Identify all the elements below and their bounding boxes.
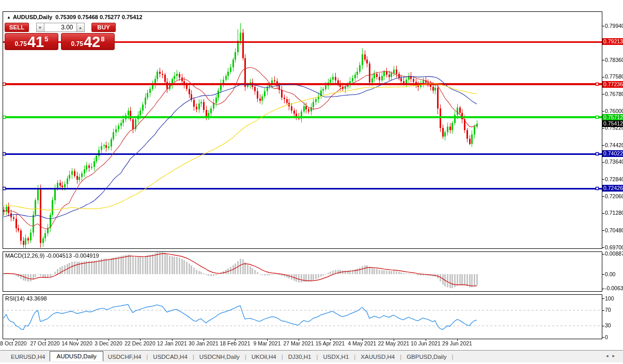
date-label: 18 Feb 2021 bbox=[220, 340, 251, 346]
sell-price-pip-digit: 5 bbox=[44, 35, 48, 43]
tab-scroll-arrows: ◂▸ bbox=[606, 353, 619, 358]
buy-price-big-digits: 42 bbox=[84, 35, 100, 49]
price-tick-label: 0.77580 bbox=[605, 73, 623, 80]
macd-tick-label: 0.008871 bbox=[605, 250, 623, 257]
chart-tab-usdchf-h4[interactable]: USDCHF,H4 bbox=[103, 352, 146, 361]
date-label: 27 Oct 2020 bbox=[30, 340, 59, 346]
price-tick-label: 0.71280 bbox=[605, 210, 623, 216]
rsi-tick-label: 30 bbox=[605, 322, 611, 328]
chart-tab-bar: EURUSD,H4AUDUSD,DailyUSDCHF,H4|USDCAD,H4… bbox=[0, 350, 623, 362]
rsi-tick-label: 100 bbox=[605, 295, 614, 302]
chart-symbol-label: AUDUSD,Daily bbox=[13, 14, 52, 20]
chart-tab-eurusd-h4[interactable]: EURUSD,H4 bbox=[6, 352, 50, 361]
chart-tab-usdcnh-daily[interactable]: USDCNH,Daily bbox=[195, 352, 244, 361]
macd-tick-label: 0.00 bbox=[605, 271, 615, 277]
buy-price-pip-digit: 8 bbox=[101, 35, 104, 43]
buy-price-box[interactable]: 0.75 42 8 bbox=[61, 33, 115, 50]
hline-price-tag: 0.74022 bbox=[602, 150, 623, 157]
date-label: 3 Dec 2020 bbox=[95, 340, 122, 346]
price-tick-label: 0.79940 bbox=[605, 23, 623, 29]
chart-tab-gbpusd-daily[interactable]: GBPUSD,Daily bbox=[402, 352, 451, 361]
date-label: 10 Jun 2021 bbox=[411, 340, 441, 346]
date-label: 9 Mar 2021 bbox=[253, 340, 281, 346]
macd-label: MACD(12,26,9) -0.004513 -0.004919 bbox=[5, 252, 99, 259]
buy-price-prefix: 0.75 bbox=[71, 40, 83, 48]
price-tick-label: 0.72060 bbox=[605, 193, 623, 199]
date-label: 22 May 2021 bbox=[378, 340, 410, 346]
chart-title: ▲AUDUSD,Daily0.75309 0.75468 0.75277 0.7… bbox=[7, 14, 143, 20]
sell-price-big-digits: 41 bbox=[27, 35, 44, 49]
price-tick-label: 0.70480 bbox=[605, 227, 623, 233]
rsi-tick-label: 70 bbox=[605, 307, 611, 313]
sell-button[interactable]: SELL bbox=[5, 23, 29, 32]
price-tick-label: 0.76000 bbox=[605, 108, 623, 114]
collapse-arrow-icon[interactable]: ▲ bbox=[7, 15, 11, 20]
date-label: 30 Jan 2021 bbox=[189, 340, 219, 346]
chart-tab-xauusd-h4[interactable]: XAUUSD,H4 bbox=[356, 352, 399, 361]
volume-spin-up-button[interactable]: ▲ bbox=[76, 23, 85, 32]
date-label: 14 Nov 2020 bbox=[61, 340, 92, 346]
date-label: 22 Dec 2020 bbox=[124, 340, 155, 346]
price-tick-label: 0.73640 bbox=[605, 159, 623, 165]
chart-tab-dj30-h1[interactable]: DJ30,H1 bbox=[284, 352, 316, 361]
chart-tab-ukoil-h4[interactable]: UKOil,H4 bbox=[247, 352, 281, 361]
rsi-tick-label: 0 bbox=[605, 334, 608, 340]
current-price-tag: 0.75412 bbox=[602, 120, 623, 127]
volume-input[interactable] bbox=[44, 23, 76, 32]
chart-tab-usdcad-h4[interactable]: USDCAD,H4 bbox=[148, 352, 192, 361]
date-label: 15 Apr 2021 bbox=[316, 340, 345, 346]
date-label: 4 May 2021 bbox=[348, 340, 377, 346]
axis-label-layer: 0.799400.783600.775800.767800.760000.752… bbox=[0, 0, 623, 364]
buy-button[interactable]: BUY bbox=[91, 23, 116, 32]
tab-separator: | bbox=[451, 354, 454, 360]
hline-price-tag: 0.75712 bbox=[602, 114, 623, 121]
hline-price-tag: 0.79213 bbox=[602, 38, 623, 45]
date-label: 27 Mar 2021 bbox=[284, 340, 314, 346]
rsi-label: RSI(14) 43.3698 bbox=[5, 295, 47, 302]
price-tick-label: 0.76780 bbox=[605, 91, 623, 97]
date-label: 8 Oct 2020 bbox=[0, 340, 26, 346]
sell-price-prefix: 0.75 bbox=[15, 40, 27, 48]
price-tick-label: 0.69700 bbox=[605, 244, 623, 250]
macd-tick-label: -0.00632 bbox=[605, 285, 623, 291]
sell-price-box[interactable]: 0.75 41 5 bbox=[5, 33, 58, 50]
volume-spin-down-button[interactable]: ▼ bbox=[36, 23, 44, 32]
chart-ohlc-values: 0.75309 0.75468 0.75277 0.75412 bbox=[55, 14, 142, 20]
chart-tab-audusd-daily[interactable]: AUDUSD,Daily bbox=[50, 351, 103, 361]
tab-scroll-left-icon[interactable]: ◂ bbox=[606, 353, 613, 358]
one-click-trade-panel: SELL ▼ ▲ BUY 0.75 41 5 0.75 42 8 bbox=[5, 23, 116, 50]
hline-price-tag: 0.72426 bbox=[602, 185, 623, 192]
price-tick-label: 0.72840 bbox=[605, 176, 623, 182]
chart-tab-usdx-h1[interactable]: USDX,H1 bbox=[318, 352, 353, 361]
hline-price-tag: 0.77236 bbox=[602, 81, 623, 88]
tab-scroll-right-icon[interactable]: ▸ bbox=[612, 353, 619, 358]
price-tick-label: 0.78360 bbox=[605, 57, 623, 63]
date-label: 29 Jun 2021 bbox=[442, 340, 472, 346]
price-tick-label: 0.74420 bbox=[605, 142, 623, 148]
date-label: 12 Jan 2021 bbox=[157, 340, 187, 346]
